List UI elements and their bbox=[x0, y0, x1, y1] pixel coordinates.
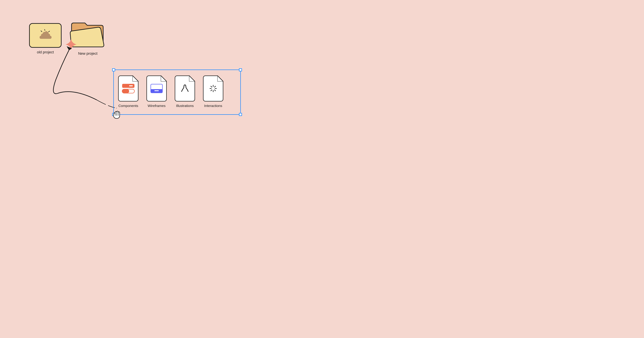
components-icon bbox=[122, 83, 135, 94]
selection-handle-br[interactable] bbox=[239, 113, 242, 116]
file-label: Interactions bbox=[204, 104, 222, 108]
page-fold-icon bbox=[217, 75, 223, 81]
file-interactions[interactable]: Interactions bbox=[203, 75, 223, 108]
svg-line-12 bbox=[214, 86, 216, 87]
file-illustrations[interactable]: Illustrations bbox=[175, 75, 195, 108]
person-icon bbox=[180, 83, 190, 93]
svg-rect-7 bbox=[122, 89, 129, 93]
file-wireframes[interactable]: Wireframes bbox=[146, 75, 167, 108]
file-components[interactable]: Components bbox=[118, 75, 138, 108]
svg-rect-5 bbox=[129, 85, 133, 86]
page-fold-icon bbox=[161, 75, 167, 81]
file-card bbox=[118, 75, 138, 101]
selection-handle-tr[interactable] bbox=[239, 68, 242, 71]
wireframes-icon bbox=[150, 83, 163, 94]
file-card bbox=[175, 75, 195, 101]
file-label: Wireframes bbox=[148, 104, 166, 108]
page-fold-icon bbox=[132, 75, 138, 81]
selection-handle-tl[interactable] bbox=[112, 68, 115, 71]
file-card bbox=[203, 75, 223, 101]
file-label: Illustrations bbox=[176, 104, 194, 108]
svg-line-16 bbox=[211, 90, 212, 91]
grab-cursor-icon bbox=[112, 110, 121, 119]
svg-line-14 bbox=[214, 90, 216, 91]
svg-rect-10 bbox=[154, 90, 159, 91]
svg-line-18 bbox=[211, 86, 212, 87]
file-label: Components bbox=[118, 104, 138, 108]
svg-line-2 bbox=[44, 29, 45, 30]
file-card bbox=[146, 75, 167, 101]
files-row: Components Wireframes bbox=[118, 75, 223, 108]
loading-spinner-icon bbox=[209, 84, 218, 93]
page-fold-icon bbox=[189, 75, 195, 81]
